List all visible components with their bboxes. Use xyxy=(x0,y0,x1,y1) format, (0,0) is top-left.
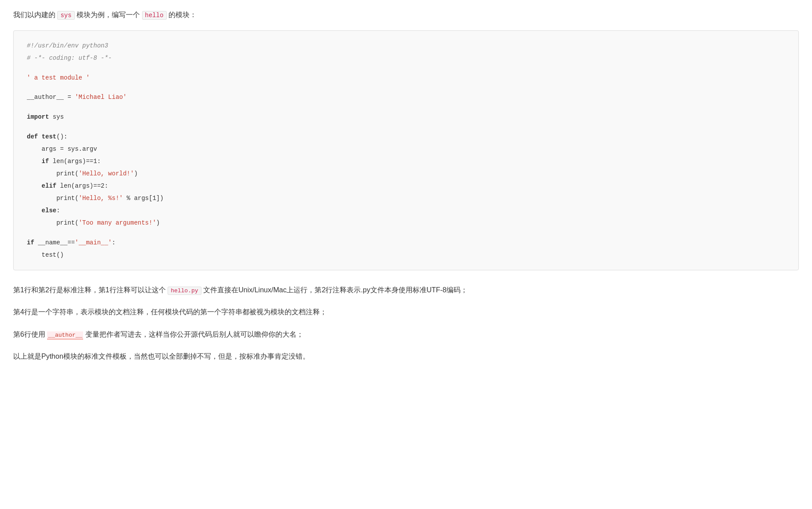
desc3-text2: 变量把作者写进去，这样当你公开源代码后别人就可以瞻仰你的大名； xyxy=(83,331,303,338)
desc-para-1: 第1行和第2行是标准注释，第1行注释可以让这个 hello.py 文件直接在Un… xyxy=(13,284,799,297)
intro-text-before: 我们以内建的 xyxy=(13,11,57,18)
code-line-empty-2 xyxy=(27,84,785,91)
code-def-keyword: def xyxy=(27,133,38,140)
intro-text-middle: 模块为例，编写一个 xyxy=(75,11,142,18)
desc3-text1: 第6行使用 xyxy=(13,331,47,338)
code-print2-rest: % args[1]) xyxy=(123,195,163,202)
code-line-test-call: test() xyxy=(27,249,785,261)
intro-text-after: 的模块： xyxy=(167,11,197,18)
code-line-8: import sys xyxy=(27,111,785,123)
code-if1-indent xyxy=(27,158,42,165)
desc1-text1: 第1行和第2行是标准注释，第1行注释可以让这个 xyxy=(13,286,168,294)
code-if-main-str: '__main__' xyxy=(75,239,112,246)
code-if-main-keyword: if xyxy=(27,239,34,246)
code-line-main: if __name__=='__main__': xyxy=(27,236,785,249)
code-line-empty-1 xyxy=(27,64,785,72)
desc3-author-highlight: __author__ xyxy=(47,331,83,339)
desc2-text: 第4行是一个字符串，表示模块的文档注释，任何模块代码的第一个字符串都被视为模块的… xyxy=(13,308,327,316)
desc1-text2: 文件直接在Unix/Linux/Mac上运行，第2行注释表示.py文件本身使用标… xyxy=(201,286,468,294)
code-line-1: #!/usr/bin/env python3 xyxy=(27,40,785,52)
code-import-sys: sys xyxy=(49,113,64,120)
code-if-main-name: __name__== xyxy=(34,239,75,246)
code-print1-str: 'Hello, world!' xyxy=(79,170,134,177)
code-print3-close: ) xyxy=(156,219,160,226)
code-else-colon: : xyxy=(56,207,60,214)
code-else-keyword: else xyxy=(42,207,57,214)
code-line-6: __author__ = 'Michael Liao' xyxy=(27,91,785,103)
code-def-parens: (): xyxy=(56,133,67,140)
code-author-value: 'Michael Liao' xyxy=(75,94,127,101)
code-elif-indent xyxy=(27,182,42,189)
desc4-text: 以上就是Python模块的标准文件模板，当然也可以全部删掉不写，但是，按标准办事… xyxy=(13,353,310,360)
code-line-4: ' a test module ' xyxy=(27,72,785,84)
code-line-empty-5 xyxy=(27,229,785,236)
code-print1-close: ) xyxy=(134,170,138,177)
code-import-keyword: import xyxy=(27,113,49,120)
desc-para-2: 第4行是一个字符串，表示模块的文档注释，任何模块代码的第一个字符串都被视为模块的… xyxy=(13,305,799,319)
intro-paragraph: 我们以内建的 sys 模块为例，编写一个 hello 的模块： xyxy=(13,9,799,22)
desc1-hellofile-code: hello.py xyxy=(168,287,201,295)
code-line-else: else: xyxy=(27,204,785,217)
code-elif-keyword: elif xyxy=(42,182,57,189)
code-if1-cond: len(args)==1: xyxy=(49,158,101,165)
code-def-space xyxy=(38,133,41,140)
code-else-indent xyxy=(27,207,42,214)
code-line-print1: print('Hello, world!') xyxy=(27,167,785,180)
code-line-if1: if len(args)==1: xyxy=(27,155,785,167)
code-author-var: __author__ = xyxy=(27,94,75,101)
code-line-def: def test(): xyxy=(27,131,785,143)
code-print2-str: 'Hello, %s!' xyxy=(79,195,123,202)
desc-para-4: 以上就是Python模块的标准文件模板，当然也可以全部删掉不写，但是，按标准办事… xyxy=(13,350,799,363)
code-line-empty-4 xyxy=(27,123,785,131)
code-print3-str: 'Too many arguments!' xyxy=(79,219,156,226)
code-line-elif: elif len(args)==2: xyxy=(27,180,785,192)
code-print2-indent: print( xyxy=(27,195,79,202)
code-block: #!/usr/bin/env python3 # -*- coding: utf… xyxy=(13,30,799,270)
code-line-print2: print('Hello, %s!' % args[1]) xyxy=(27,192,785,204)
description-section: 第1行和第2行是标准注释，第1行注释可以让这个 hello.py 文件直接在Un… xyxy=(13,284,799,364)
code-line-args: args = sys.argv xyxy=(27,143,785,155)
code-print3-indent: print( xyxy=(27,219,79,226)
code-line-print3: print('Too many arguments!') xyxy=(27,217,785,229)
desc-para-3: 第6行使用 __author__ 变量把作者写进去，这样当你公开源代码后别人就可… xyxy=(13,328,799,341)
code-print1-indent: print( xyxy=(27,170,79,177)
code-func-name: test xyxy=(42,133,57,140)
code-line-empty-3 xyxy=(27,103,785,111)
intro-sys-code: sys xyxy=(57,11,74,20)
code-elif-cond: len(args)==2: xyxy=(56,182,108,189)
intro-hello-code: hello xyxy=(142,11,167,20)
code-line-2: # -*- coding: utf-8 -*- xyxy=(27,52,785,64)
code-if-main-colon: : xyxy=(112,239,115,246)
code-if1-keyword: if xyxy=(42,158,49,165)
